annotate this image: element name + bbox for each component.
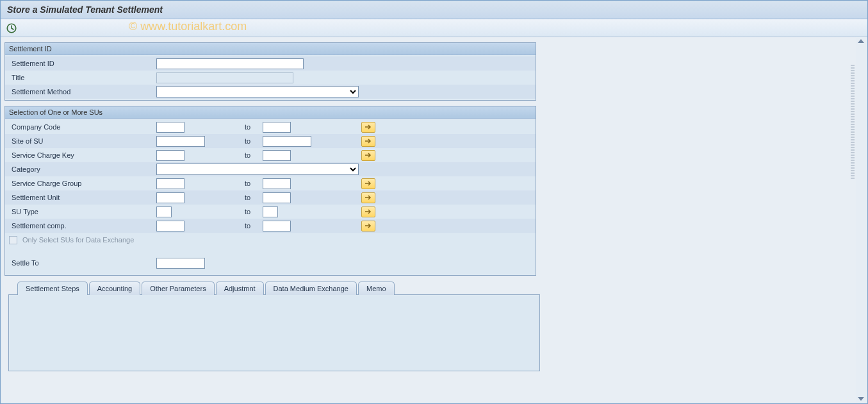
label-to: to (245, 208, 263, 215)
input-sutype-to[interactable] (263, 206, 278, 217)
label-settlement-comp: Settlement comp. (9, 222, 156, 230)
execute-icon[interactable] (6, 22, 17, 34)
tab-adjustmnt[interactable]: Adjustmnt (216, 282, 264, 295)
splitter-handle[interactable] (851, 65, 855, 180)
scroll-up-icon[interactable] (858, 39, 864, 43)
tab-content (8, 294, 540, 371)
content-area: Settlement ID Settlement ID Title Settle… (1, 37, 867, 376)
label-to: to (245, 180, 263, 187)
tab-accounting[interactable]: Accounting (89, 282, 140, 295)
input-company-code-to[interactable] (263, 122, 291, 133)
label-to: to (245, 222, 263, 230)
input-sckey-to[interactable] (263, 150, 291, 161)
input-scgroup-from[interactable] (156, 178, 184, 189)
tab-settlement-steps[interactable]: Settlement Steps (17, 282, 88, 295)
label-su-type: SU Type (9, 208, 156, 215)
label-to: to (245, 137, 263, 145)
label-settlement-method: Settlement Method (9, 88, 156, 96)
label-to: to (245, 151, 263, 159)
label-settlement-unit: Settlement Unit (9, 194, 156, 201)
input-scgroup-to[interactable] (263, 178, 291, 189)
tabstrip: Settlement Steps Accounting Other Parame… (17, 281, 864, 294)
multi-select-button[interactable] (361, 150, 375, 161)
group-settlement-id: Settlement ID Settlement ID Title Settle… (4, 42, 536, 101)
label-service-charge-key: Service Charge Key (9, 151, 156, 159)
input-settcomp-from[interactable] (156, 221, 184, 231)
group-selection-sus: Selection of One or More SUs Company Cod… (4, 106, 536, 276)
tab-data-medium-exchange[interactable]: Data Medium Exchange (265, 282, 357, 295)
label-title: Title (9, 74, 156, 81)
vertical-scrollbar[interactable] (856, 38, 866, 402)
toolbar (1, 19, 867, 37)
label-only-select: Only Select SUs for Data Exchange (20, 236, 134, 244)
tab-other-parameters[interactable]: Other Parameters (142, 282, 214, 295)
input-title (156, 72, 293, 83)
input-settcomp-to[interactable] (263, 221, 291, 231)
input-company-code-from[interactable] (156, 122, 184, 133)
input-settlement-id[interactable] (156, 58, 304, 69)
input-sckey-from[interactable] (156, 150, 184, 161)
input-site-from[interactable] (156, 136, 205, 147)
label-to: to (245, 123, 263, 131)
multi-select-button[interactable] (361, 178, 375, 189)
multi-select-button[interactable] (361, 221, 375, 231)
label-category: Category (9, 165, 156, 173)
checkbox-only-select (9, 236, 17, 244)
label-settlement-id: Settlement ID (9, 60, 156, 67)
window-title: Store a Simulated Tenant Settlement (1, 1, 867, 19)
group-header-settlement-id: Settlement ID (5, 43, 536, 55)
input-su-to[interactable] (263, 192, 291, 203)
multi-select-button[interactable] (361, 206, 375, 217)
input-settle-to[interactable] (156, 258, 205, 269)
label-company-code: Company Code (9, 123, 156, 131)
group-header-selection-sus: Selection of One or More SUs (5, 106, 536, 119)
select-category[interactable] (156, 164, 359, 175)
scroll-down-icon[interactable] (858, 397, 864, 401)
input-sutype-from[interactable] (156, 206, 172, 217)
multi-select-button[interactable] (361, 122, 375, 133)
label-to: to (245, 194, 263, 201)
label-site-of-su: Site of SU (9, 137, 156, 145)
label-service-charge-group: Service Charge Group (9, 180, 156, 187)
multi-select-button[interactable] (361, 192, 375, 203)
input-su-from[interactable] (156, 192, 184, 203)
multi-select-button[interactable] (361, 136, 375, 147)
tab-memo[interactable]: Memo (358, 282, 395, 295)
input-site-to[interactable] (263, 136, 311, 147)
select-settlement-method[interactable] (156, 86, 359, 97)
label-settle-to: Settle To (9, 259, 156, 267)
